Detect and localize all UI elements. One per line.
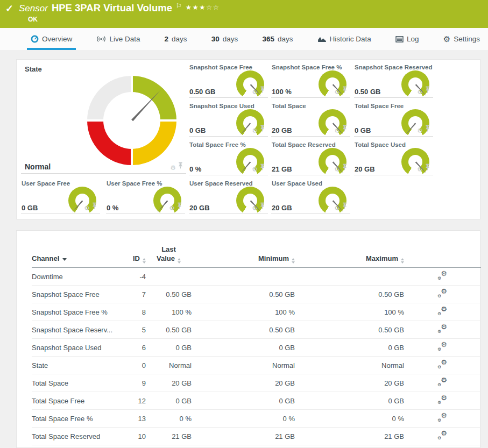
table-row[interactable]: Snapshot Space Used60 GB0 GB0 GB⚙⚙	[32, 339, 481, 357]
channel-settings-icon[interactable]: ⚙⚙	[437, 396, 447, 404]
tab-2-days[interactable]: 2days	[161, 28, 191, 50]
gear-icon[interactable]: ⚙	[417, 127, 423, 134]
pin-icon[interactable]	[342, 124, 347, 134]
channel-name: Snapshot Space Free %	[32, 308, 121, 316]
tab-bar: OverviewLive Data2days30days365daysHisto…	[0, 28, 488, 50]
tab-label: Log	[407, 35, 419, 43]
pin-icon[interactable]	[260, 163, 265, 173]
tab-log[interactable]: Log	[392, 28, 423, 50]
table-row[interactable]: Downtime-4⚙⚙	[32, 268, 481, 286]
minimum-value: 0.50 GB	[192, 326, 295, 334]
pin-icon[interactable]	[342, 202, 347, 211]
column-header-maximum[interactable]: Maximum	[295, 254, 404, 264]
channel-id: 0	[121, 361, 146, 369]
gauge-panel: Total Space20 GB⚙	[271, 103, 350, 137]
column-header-channel[interactable]: Channel	[32, 254, 121, 264]
sort-desc-icon	[62, 258, 67, 261]
tab-label: days	[223, 35, 238, 43]
gauge-panel: Total Space Used20 GB⚙	[354, 141, 433, 175]
tab-365-days[interactable]: 365days	[258, 28, 296, 50]
settings-cell: ⚙⚙	[404, 396, 481, 406]
table-row[interactable]: State0NormalNormalNormal⚙⚙	[32, 357, 481, 374]
gauge-title: User Space Used	[272, 180, 322, 187]
pin-icon[interactable]	[425, 163, 430, 173]
channel-settings-icon[interactable]: ⚙⚙	[437, 289, 447, 298]
column-header-minimum[interactable]: Minimum	[192, 254, 295, 264]
tab-live-data[interactable]: Live Data	[93, 28, 144, 50]
pin-icon[interactable]	[178, 161, 183, 171]
gauge-value: 21 GB	[272, 165, 292, 173]
last-value: 0 GB	[146, 397, 192, 405]
gauge-panel: User Space Used20 GB⚙	[271, 180, 350, 214]
table-row[interactable]: Snapshot Space Free %8100 %100 %100 %⚙⚙	[32, 303, 481, 321]
channels-table-card: ChannelIDLastValueMinimumMaximum Downtim…	[16, 230, 480, 448]
gauge-panel-icons: ⚙	[334, 163, 347, 173]
pin-icon[interactable]	[177, 202, 182, 211]
gear-icon[interactable]: ⚙	[169, 205, 175, 211]
table-row[interactable]: Total Space Free %130 %0 %0 %⚙⚙	[32, 410, 481, 428]
gauge-title: Snapshot Space Free %	[272, 64, 342, 70]
gauge-title: Snapshot Space Used	[189, 103, 254, 109]
channel-settings-icon[interactable]: ⚙⚙	[437, 378, 447, 387]
priority-rating[interactable]: ★★★☆☆	[186, 3, 220, 11]
minimum-value: 100 %	[192, 308, 295, 316]
state-gauge-panel: State Normal ⚙	[21, 64, 186, 174]
pin-icon[interactable]	[342, 86, 347, 95]
tab-settings[interactable]: ⚙Settings	[440, 28, 484, 50]
channel-id: 13	[121, 415, 146, 423]
gauge-value: 0 GB	[22, 204, 38, 212]
pin-icon[interactable]	[342, 163, 347, 173]
tab-overview[interactable]: Overview	[27, 28, 76, 50]
state-gauge-title: State	[25, 65, 42, 73]
gear-icon[interactable]: ⚙	[84, 205, 90, 211]
minimum-value: 21 GB	[192, 432, 295, 440]
channel-settings-icon[interactable]: ⚙⚙	[437, 272, 447, 280]
table-row[interactable]: Total Space Reserved1021 GB21 GB21 GB⚙⚙	[32, 428, 481, 445]
sensor-name: HPE 3PAR Virtual Volume	[52, 2, 172, 14]
pin-icon[interactable]	[92, 202, 97, 211]
column-header-id[interactable]: ID	[121, 254, 146, 264]
last-value: 20 GB	[146, 379, 192, 387]
gauge-panel: Total Space Free0 GB⚙	[354, 103, 433, 137]
last-value: 100 %	[146, 308, 192, 316]
gear-icon[interactable]: ⚙	[170, 165, 176, 171]
state-gauge-hole	[103, 92, 160, 149]
gear-icon[interactable]: ⚙	[252, 166, 258, 173]
pin-icon[interactable]	[260, 202, 265, 211]
tab-30-days[interactable]: 30days	[208, 28, 242, 50]
table-row[interactable]: Snapshot Space Reserv...50.50 GB0.50 GB0…	[32, 321, 481, 339]
tab-historic-data[interactable]: Historic Data	[314, 28, 375, 50]
last-value: 0 GB	[146, 344, 192, 352]
gear-icon[interactable]: ⚙	[252, 127, 258, 134]
gauge-panel-icons: ⚙	[334, 86, 347, 95]
gauge-value: 20 GB	[272, 126, 292, 134]
channel-settings-icon[interactable]: ⚙⚙	[437, 325, 447, 333]
pin-icon[interactable]	[260, 86, 265, 95]
settings-cell: ⚙⚙	[404, 378, 481, 388]
pin-icon[interactable]	[425, 86, 430, 95]
pin-icon[interactable]	[425, 124, 430, 134]
channel-name: Snapshot Space Reserv...	[32, 326, 121, 334]
settings-cell: ⚙⚙	[404, 360, 481, 371]
pin-icon[interactable]	[260, 124, 265, 134]
channel-settings-icon[interactable]: ⚙⚙	[437, 343, 447, 351]
channel-settings-icon[interactable]: ⚙⚙	[437, 414, 447, 422]
channel-settings-icon[interactable]: ⚙⚙	[437, 360, 447, 369]
log-icon	[395, 36, 404, 42]
flag-icon[interactable]: ⚐	[176, 2, 182, 10]
table-row[interactable]: Snapshot Space Free70.50 GB0.50 GB0.50 G…	[32, 286, 481, 303]
channel-settings-icon[interactable]: ⚙⚙	[437, 431, 447, 440]
minimum-value: 20 GB	[192, 379, 295, 387]
column-header-last-value[interactable]: LastValue	[146, 245, 192, 264]
gauge-value: 100 %	[272, 88, 292, 96]
gauge-icon	[31, 35, 39, 43]
gauge-value: 0.50 GB	[189, 88, 215, 96]
channel-id: 12	[121, 397, 146, 405]
gauge-title: Total Space Reserved	[272, 141, 336, 148]
tab-label: Historic Data	[330, 35, 371, 43]
settings-cell: ⚙⚙	[404, 431, 481, 442]
maximum-value: 20 GB	[295, 379, 404, 387]
table-row[interactable]: Total Space Free120 GB0 GB0 GB⚙⚙	[32, 392, 481, 410]
table-row[interactable]: Total Space920 GB20 GB20 GB⚙⚙	[32, 374, 481, 392]
channel-settings-icon[interactable]: ⚙⚙	[437, 307, 447, 316]
